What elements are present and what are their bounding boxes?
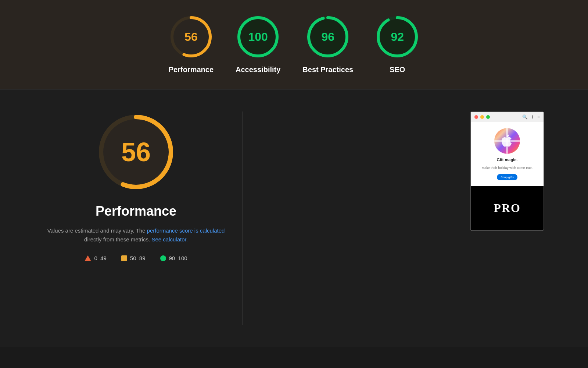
- maximize-dot: [486, 115, 490, 119]
- menu-icon: ≡: [537, 114, 540, 120]
- large-performance-score: 56: [121, 137, 151, 167]
- seo-circle: 92: [375, 15, 419, 59]
- legend: 0–49 50–89 90–100: [85, 255, 187, 261]
- fail-icon: [85, 255, 91, 261]
- performance-score-link[interactable]: performance score is calculated: [147, 227, 225, 234]
- score-seo[interactable]: 92 SEO: [375, 15, 419, 74]
- seo-score-value: 92: [391, 30, 404, 44]
- calculator-link[interactable]: See calculator.: [151, 236, 187, 243]
- ribbon-vertical: [506, 128, 508, 154]
- best-practices-circle: 96: [306, 15, 350, 59]
- legend-pass: 90–100: [160, 255, 187, 261]
- screenshot-titlebar: 🔍 ⬆ ≡: [471, 112, 544, 122]
- pass-icon: [160, 255, 166, 261]
- screenshot-pro-area: PRO: [471, 186, 544, 230]
- titlebar-icons: 🔍 ⬆ ≡: [522, 114, 540, 120]
- seo-label: SEO: [390, 65, 405, 74]
- accessibility-score-value: 100: [248, 30, 268, 44]
- best-practices-label: Best Practices: [302, 65, 353, 74]
- best-practices-score-value: 96: [321, 30, 334, 44]
- vertical-divider: [243, 112, 243, 325]
- right-content: 🔍 ⬆ ≡ Gift magic. Make their holiday wis…: [258, 112, 544, 231]
- description-middle: directly from these metrics.: [84, 236, 151, 243]
- legend-fail: 0–49: [85, 255, 106, 261]
- close-dot: [474, 115, 478, 119]
- performance-title: Performance: [96, 204, 176, 219]
- bottom-section: 56 Performance Values are estimated and …: [0, 89, 588, 347]
- average-icon: [121, 255, 127, 261]
- performance-description: Values are estimated and may vary. The p…: [44, 226, 228, 244]
- description-prefix: Values are estimated and may vary. The: [47, 227, 147, 234]
- apple-gift-graphic: [494, 128, 520, 154]
- search-icon: 🔍: [522, 114, 528, 120]
- average-range: 50–89: [130, 255, 146, 261]
- large-performance-circle: 56: [96, 112, 176, 192]
- screenshot-gift-area: Gift magic. Make their holiday wish come…: [471, 122, 544, 186]
- legend-average: 50–89: [121, 255, 146, 261]
- fail-range: 0–49: [94, 255, 106, 261]
- left-content: 56 Performance Values are estimated and …: [44, 112, 228, 261]
- accessibility-label: Accessibility: [236, 65, 280, 74]
- shop-button[interactable]: Shop gifts: [497, 174, 517, 180]
- performance-circle: 56: [169, 15, 213, 59]
- screenshot-preview: 🔍 ⬆ ≡ Gift magic. Make their holiday wis…: [470, 112, 544, 231]
- share-icon: ⬆: [531, 114, 534, 120]
- gift-title: Gift magic.: [497, 158, 518, 162]
- score-accessibility[interactable]: 100 Accessibility: [236, 15, 280, 74]
- performance-label: Performance: [169, 65, 214, 74]
- performance-score-value: 56: [184, 30, 198, 44]
- gift-subtitle: Make their holiday wish come true.: [482, 166, 533, 170]
- top-scores-section: 56 Performance 100 Accessibility 96 Best…: [0, 0, 588, 89]
- score-performance[interactable]: 56 Performance: [169, 15, 214, 74]
- pro-label: PRO: [494, 201, 521, 215]
- pass-range: 90–100: [169, 255, 187, 261]
- minimize-dot: [480, 115, 484, 119]
- score-best-practices[interactable]: 96 Best Practices: [302, 15, 353, 74]
- accessibility-circle: 100: [236, 15, 280, 59]
